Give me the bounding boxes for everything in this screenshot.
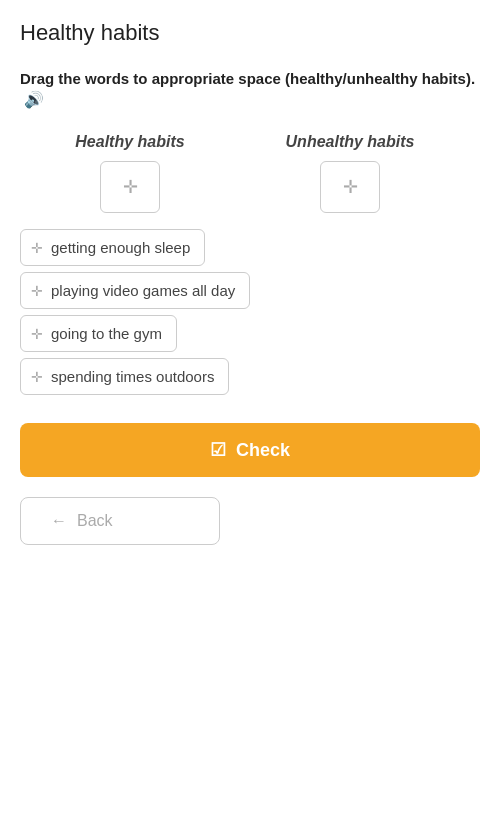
drag-icon: ✛ [31, 369, 43, 385]
word-text: playing video games all day [51, 282, 235, 299]
unhealthy-column-label: Unhealthy habits [286, 133, 415, 151]
instructions-text: Drag the words to appropriate space (hea… [20, 68, 480, 111]
check-icon: ☑ [210, 439, 226, 461]
unhealthy-column: Unhealthy habits ✛ [270, 133, 430, 213]
list-item[interactable]: ✛ getting enough sleep [20, 229, 205, 266]
back-arrow-icon: ← [51, 512, 67, 530]
healthy-column: Healthy habits ✛ [20, 133, 240, 213]
list-item[interactable]: ✛ playing video games all day [20, 272, 250, 309]
page-title: Healthy habits [20, 20, 480, 46]
back-button[interactable]: ← Back [20, 497, 220, 545]
instructions-label: Drag the words to appropriate space (hea… [20, 70, 475, 87]
word-text: spending times outdoors [51, 368, 214, 385]
back-button-label: Back [77, 512, 113, 530]
audio-icon[interactable]: 🔊 [24, 89, 44, 111]
healthy-drop-icon: ✛ [123, 176, 138, 198]
word-text: going to the gym [51, 325, 162, 342]
list-item[interactable]: ✛ going to the gym [20, 315, 177, 352]
check-button[interactable]: ☑ Check [20, 423, 480, 477]
unhealthy-drop-box[interactable]: ✛ [320, 161, 380, 213]
list-item[interactable]: ✛ spending times outdoors [20, 358, 229, 395]
drop-zones-container: Healthy habits ✛ Unhealthy habits ✛ [20, 133, 480, 213]
words-area: ✛ getting enough sleep ✛ playing video g… [20, 229, 480, 395]
healthy-column-label: Healthy habits [75, 133, 184, 151]
unhealthy-drop-icon: ✛ [343, 176, 358, 198]
drag-icon: ✛ [31, 326, 43, 342]
word-text: getting enough sleep [51, 239, 190, 256]
drag-icon: ✛ [31, 240, 43, 256]
check-button-label: Check [236, 440, 290, 461]
drag-icon: ✛ [31, 283, 43, 299]
healthy-drop-box[interactable]: ✛ [100, 161, 160, 213]
